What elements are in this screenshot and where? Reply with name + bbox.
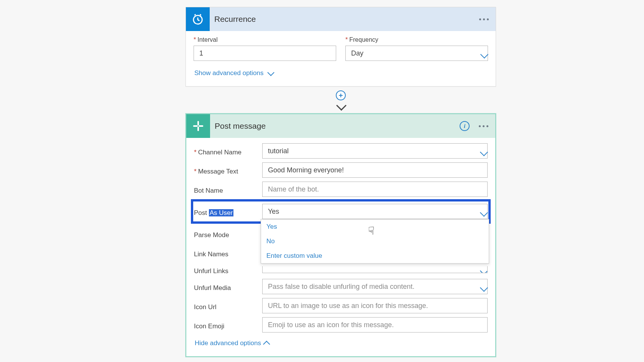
channel-name-select[interactable]: tutorial: [262, 143, 488, 159]
slack-icon: [186, 114, 210, 138]
option-no[interactable]: No: [261, 234, 489, 249]
post-message-more-icon[interactable]: [479, 125, 488, 127]
svg-rect-2: [197, 126, 199, 131]
post-as-user-label: Post As User: [194, 206, 262, 217]
add-step-button[interactable]: +: [336, 90, 346, 100]
svg-rect-4: [199, 125, 203, 127]
icon-url-input[interactable]: URL to an image to use as an icon for th…: [262, 298, 488, 313]
unfurl-media-label: Unfurl Media: [194, 281, 262, 292]
bot-name-input[interactable]: Name of the bot.: [262, 182, 488, 197]
post-as-user-row: Post As User Yes Yes No Enter custom val…: [192, 201, 489, 222]
svg-rect-1: [197, 121, 199, 126]
channel-name-label: *Channel Name: [194, 146, 262, 156]
option-yes[interactable]: Yes: [261, 219, 489, 234]
recurrence-body: *Interval 1 *Frequency Day Show advanced…: [186, 31, 496, 86]
svg-rect-3: [193, 125, 198, 127]
post-as-user-select[interactable]: Yes: [262, 204, 488, 219]
icon-emoji-label: Icon Emoji: [194, 319, 262, 330]
message-text-input[interactable]: Good Morning everyone!: [262, 162, 488, 178]
icon-url-label: Icon Url: [194, 300, 262, 311]
chevron-up-icon: [265, 341, 270, 346]
link-names-label: Link Names: [194, 247, 262, 258]
show-advanced-toggle[interactable]: Show advanced options: [194, 69, 273, 77]
connector: +: [186, 90, 496, 113]
unfurl-media-select[interactable]: Pass false to disable unfurling of media…: [262, 279, 488, 294]
post-message-card: Post message i *Channel Name tutorial *M…: [186, 113, 496, 357]
chevron-down-icon: [268, 71, 273, 76]
frequency-select[interactable]: Day: [345, 46, 488, 61]
recurrence-more-icon[interactable]: [479, 18, 489, 20]
recurrence-card: Recurrence *Interval 1 *Frequency Day: [186, 7, 496, 87]
frequency-label: *Frequency: [345, 36, 488, 43]
post-message-body: *Channel Name tutorial *Message Text Goo…: [186, 138, 495, 356]
info-icon[interactable]: i: [460, 121, 470, 131]
hide-advanced-toggle[interactable]: Hide advanced options: [195, 339, 270, 347]
icon-emoji-input[interactable]: Emoji to use as an icon for this message…: [262, 317, 488, 333]
post-message-title: Post message: [215, 121, 266, 131]
message-text-label: *Message Text: [194, 165, 262, 175]
post-as-user-dropdown: Yes No Enter custom value: [261, 219, 489, 264]
post-message-header[interactable]: Post message i: [186, 114, 495, 138]
recurrence-header[interactable]: Recurrence: [186, 7, 496, 31]
unfurl-links-select[interactable]: Pass true to enable unfurling of primari…: [262, 266, 488, 273]
unfurl-links-label: Unfurl Links: [194, 264, 262, 275]
interval-input[interactable]: 1: [194, 46, 336, 61]
parse-mode-label: Parse Mode: [194, 228, 262, 239]
recurrence-title: Recurrence: [214, 15, 256, 24]
bot-name-label: Bot Name: [194, 184, 262, 195]
recurrence-icon: [186, 7, 210, 31]
interval-label: *Interval: [194, 36, 336, 43]
option-custom[interactable]: Enter custom value: [261, 249, 489, 263]
